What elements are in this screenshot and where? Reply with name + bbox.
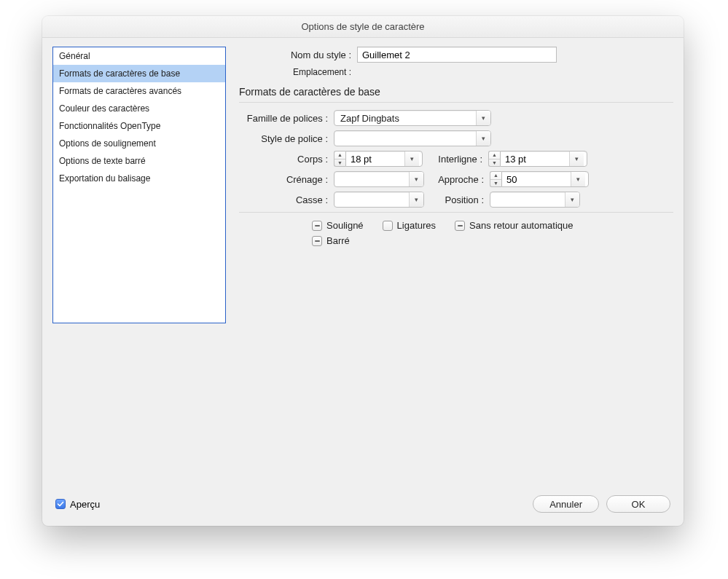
position-select[interactable]: ▾ [490,192,580,208]
stepper-up-icon[interactable]: ▲ [334,151,345,159]
position-value [490,192,565,207]
kerning-label: Crénage : [239,174,334,185]
style-name-label: Nom du style : [239,50,357,60]
sidebar-item-general[interactable]: Général [53,47,225,65]
tracking-stepper[interactable]: ▲ ▼ ▾ [490,171,589,187]
tracking-input[interactable] [502,172,571,186]
chevron-down-icon: ▾ [565,192,579,207]
stepper-down-icon[interactable]: ▼ [489,159,500,167]
font-style-select[interactable]: ▾ [334,130,491,146]
sidebar-item-strikethrough-options[interactable]: Options de texte barré [53,152,225,170]
stepper-up-icon[interactable]: ▲ [489,151,500,159]
strikethrough-checkbox[interactable]: Barré [312,235,350,246]
size-label: Corps : [239,154,334,165]
stepper-down-icon[interactable]: ▼ [334,159,345,167]
font-family-label: Famille de polices : [239,113,334,124]
chevron-down-icon[interactable]: ▾ [404,151,419,166]
window-title: Options de style de caractère [42,16,684,38]
sidebar-item-char-color[interactable]: Couleur des caractères [53,100,225,117]
underline-checkbox[interactable]: Souligné [312,220,364,231]
ligatures-checkbox[interactable]: Ligatures [383,220,436,231]
checkbox-mixed-icon [312,221,322,231]
checkbox-mixed-icon [312,236,322,246]
stepper-down-icon[interactable]: ▼ [490,180,501,187]
divider [239,212,673,213]
font-style-value [334,131,476,146]
sidebar-item-advanced-char-formats[interactable]: Formats de caractères avancés [53,82,225,100]
ligatures-checkbox-label: Ligatures [397,220,436,231]
ok-button[interactable]: OK [606,495,670,513]
tracking-label: Approche : [424,174,490,185]
kerning-select[interactable]: ▾ [334,171,424,187]
preview-checkbox[interactable]: Aperçu [55,499,100,510]
leading-stepper[interactable]: ▲ ▼ ▾ [488,151,587,167]
checkbox-empty-icon [383,221,393,231]
section-title: Formats de caractères de base [239,86,673,98]
kerning-value [334,172,409,186]
dialog-content: Général Formats de caractères de base Fo… [42,38,684,495]
chevron-down-icon: ▾ [409,192,423,207]
case-select[interactable]: ▾ [334,192,424,208]
font-family-select[interactable]: Zapf Dingbats ▾ [334,110,491,126]
font-family-value: Zapf Dingbats [334,111,476,125]
stepper-up-icon[interactable]: ▲ [490,172,501,180]
underline-checkbox-label: Souligné [326,220,364,231]
chevron-down-icon: ▾ [409,172,423,186]
chevron-down-icon: ▾ [476,131,490,146]
size-stepper[interactable]: ▲ ▼ ▾ [334,151,423,167]
strikethrough-checkbox-label: Barré [326,235,350,246]
dialog-window: Options de style de caractère Général Fo… [42,16,684,526]
sidebar-item-basic-char-formats[interactable]: Formats de caractères de base [53,65,225,82]
location-label: Emplacement : [239,67,357,77]
sidebar: Général Formats de caractères de base Fo… [52,47,226,323]
dialog-footer: Aperçu Annuler OK [42,495,684,526]
no-break-checkbox[interactable]: Sans retour automatique [455,220,573,231]
leading-input[interactable] [501,151,569,166]
sidebar-item-opentype[interactable]: Fonctionnalités OpenType [53,117,225,135]
checkbox-mixed-icon [455,221,465,231]
sidebar-item-underline-options[interactable]: Options de soulignement [53,135,225,152]
chevron-down-icon[interactable]: ▾ [571,172,585,186]
checkbox-checked-icon [55,499,66,509]
cancel-button[interactable]: Annuler [533,495,599,513]
sidebar-item-tagging-export[interactable]: Exportation du balisage [53,170,225,187]
chevron-down-icon[interactable]: ▾ [569,151,584,166]
chevron-down-icon: ▾ [476,111,490,125]
style-name-input[interactable] [357,47,557,63]
size-input[interactable] [346,151,404,166]
no-break-checkbox-label: Sans retour automatique [469,220,573,231]
main-panel: Nom du style : Emplacement : Formats de … [239,47,673,495]
leading-label: Interligne : [423,154,488,165]
case-label: Casse : [239,194,334,205]
preview-checkbox-label: Aperçu [70,499,100,510]
case-value [334,192,409,207]
font-style-label: Style de police : [239,133,334,144]
position-label: Position : [424,194,490,205]
divider [239,102,673,103]
